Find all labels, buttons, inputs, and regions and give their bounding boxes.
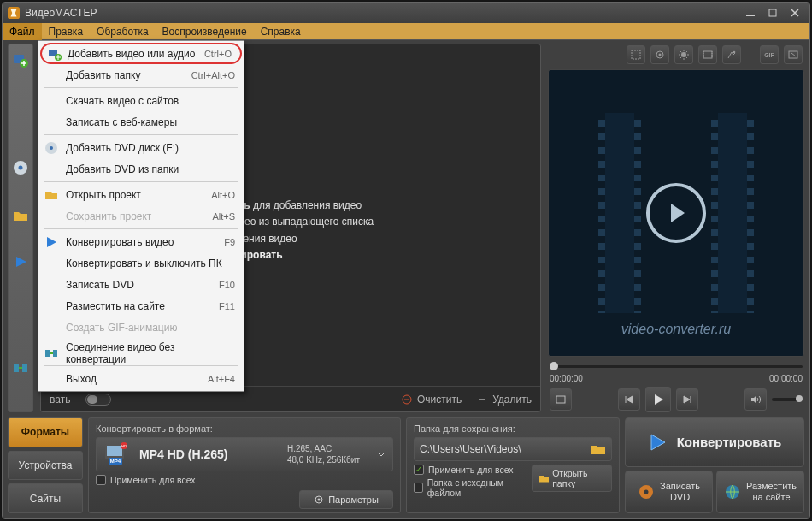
file-menu-item[interactable]: Конвертировать видеоF9 <box>38 231 244 252</box>
svg-text:HD: HD <box>121 444 127 448</box>
menu-item-label: Создать GIF-анимацию <box>66 322 177 334</box>
record-tool[interactable] <box>650 45 669 64</box>
video-preview[interactable]: video-converter.ru <box>548 69 804 357</box>
folder-path-input[interactable] <box>420 443 585 455</box>
gif-tool[interactable]: GIF <box>760 45 779 64</box>
volume-button[interactable] <box>744 388 767 411</box>
file-menu-item[interactable]: Соединение видео без конвертации <box>38 342 244 364</box>
file-menu-item[interactable]: Добавить папкуCtrl+Alt+O <box>38 64 244 86</box>
format-header: Конвертировать в формат: <box>96 423 393 434</box>
file-menu-item[interactable]: Добавить DVD из папки <box>38 158 244 180</box>
volume-slider[interactable] <box>772 398 803 401</box>
open-folder-button[interactable]: Открыть папку <box>532 465 612 492</box>
brightness-tool[interactable] <box>674 45 693 64</box>
menu-item-shortcut: Alt+O <box>211 190 235 200</box>
brand-label: video-converter.ru <box>621 322 731 337</box>
format-selector[interactable]: MP4HD MP4 HD (H.265) H.265, AAC 48,0 KHz… <box>96 437 393 471</box>
menu-item-shortcut: F10 <box>219 280 235 290</box>
menu-item-label: Записать с веб-камеры <box>66 116 177 128</box>
folder-apply-all[interactable]: Применить для всех <box>414 465 525 475</box>
speed-tool[interactable] <box>722 45 741 64</box>
close-button[interactable] <box>786 6 804 20</box>
clear-icon <box>402 394 412 405</box>
file-menu-item[interactable]: ВыходAlt+F4 <box>38 368 244 389</box>
screenshot-tool[interactable] <box>784 45 803 64</box>
delete-action[interactable]: Удалить <box>477 394 532 406</box>
maximize-button[interactable] <box>763 6 782 20</box>
format-audio: 48,0 KHz, 256Кбит <box>287 454 360 465</box>
svg-point-29 <box>644 489 648 494</box>
play-button[interactable] <box>645 387 671 412</box>
menu-item-label: Выход <box>66 373 97 385</box>
folder-header: Папка для сохранения: <box>414 423 612 434</box>
file-menu-item[interactable]: Скачать видео с сайтов <box>38 90 244 111</box>
menu-item-shortcut: Ctrl+Alt+O <box>191 70 235 80</box>
convert-button[interactable]: Конвертировать <box>625 417 804 467</box>
delete-icon <box>477 394 487 405</box>
menu-process[interactable]: Обработка <box>90 23 156 40</box>
file-menu-item[interactable]: Добавить видео или аудиоCtrl+O <box>40 43 242 64</box>
upload-button[interactable]: Разместить на сайте <box>716 471 804 513</box>
file-menu-item[interactable]: Открыть проектAlt+O <box>38 184 244 205</box>
svg-point-27 <box>318 499 321 501</box>
format-apply-all[interactable]: Применить для всех <box>96 475 393 485</box>
rename-action[interactable]: вать <box>50 394 70 406</box>
svg-rect-35 <box>45 350 50 357</box>
menu-item-label: Добавить DVD из папки <box>66 163 179 175</box>
tab-devices[interactable]: Устройства <box>8 451 83 481</box>
svg-rect-16 <box>703 51 712 58</box>
folder-path-row <box>414 437 612 461</box>
minimize-button[interactable] <box>741 6 760 20</box>
toggle-action[interactable] <box>85 394 111 406</box>
crop-tool[interactable] <box>627 45 645 64</box>
menu-item-label: Сохранить проект <box>66 210 151 222</box>
gear-icon <box>314 494 324 505</box>
params-button[interactable]: Параметры <box>299 490 393 509</box>
file-menu-item[interactable]: Конвертировать и выключить ПК <box>38 252 244 274</box>
next-button[interactable] <box>676 388 698 411</box>
seek-slider[interactable] <box>548 360 804 372</box>
svg-point-34 <box>50 146 53 150</box>
menu-item-label: Открыть проект <box>66 189 141 201</box>
plus-icon <box>47 46 62 62</box>
preview-toolbar: GIF <box>548 44 804 66</box>
menu-item-label: Соединение видео без конвертации <box>66 341 235 365</box>
prev-button[interactable] <box>618 388 640 411</box>
burn-dvd-button[interactable]: Записать DVD <box>625 471 713 513</box>
folder-icon <box>44 187 59 203</box>
disc-icon <box>44 140 59 156</box>
fullscreen-button[interactable] <box>550 388 572 411</box>
effects-tool[interactable] <box>698 45 717 64</box>
format-tabs: Форматы Устройства Сайты <box>8 417 83 513</box>
join-button[interactable] <box>10 358 31 378</box>
time-total: 00:00:00 <box>769 374 803 383</box>
file-menu-item[interactable]: Записать с веб-камеры <box>38 111 244 133</box>
menu-item-label: Записать DVD <box>66 279 134 291</box>
file-menu-item[interactable]: Записать DVDF10 <box>38 274 244 295</box>
svg-point-6 <box>19 166 23 170</box>
menu-edit[interactable]: Правка <box>42 23 91 40</box>
open-project-button[interactable] <box>10 205 31 226</box>
file-menu-item[interactable]: Добавить DVD диск (F:) <box>38 137 244 158</box>
app-window: ВидеоМАСТЕР Файл Правка Обработка Воспро… <box>2 2 810 519</box>
folder-same-source[interactable]: Папка с исходным файлом <box>414 477 525 498</box>
svg-point-15 <box>681 52 686 57</box>
menu-playback[interactable]: Воспроизведение <box>156 23 254 40</box>
add-dvd-button[interactable] <box>10 157 31 178</box>
add-button[interactable] <box>10 50 31 70</box>
menu-file[interactable]: Файл <box>3 23 42 40</box>
play-overlay-icon <box>646 183 706 243</box>
browse-folder-button[interactable] <box>591 442 606 456</box>
menu-help[interactable]: Справка <box>254 23 308 40</box>
convert-button-icon[interactable] <box>10 252 31 272</box>
mp4-icon: MP4HD <box>103 442 131 466</box>
menu-item-label: Добавить DVD диск (F:) <box>66 142 179 154</box>
join-icon <box>44 346 59 361</box>
chevron-down-icon <box>377 450 385 459</box>
file-menu-item[interactable]: Разместить на сайтеF11 <box>38 295 244 317</box>
tab-formats[interactable]: Форматы <box>8 417 83 447</box>
clear-action[interactable]: Очистить <box>402 394 462 406</box>
tab-sites[interactable]: Сайты <box>8 483 83 513</box>
folder-icon <box>538 473 549 483</box>
menu-item-label: Добавить папку <box>66 69 140 81</box>
